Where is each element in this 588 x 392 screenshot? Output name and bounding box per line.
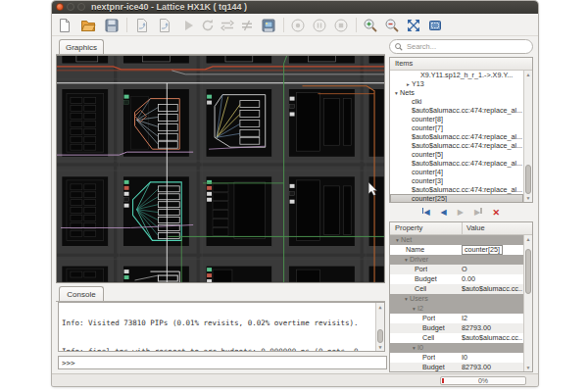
property-group[interactable]: ▾I0 (390, 343, 523, 353)
swap-button[interactable] (220, 17, 236, 33)
tree-item[interactable]: ▾Nets (390, 88, 523, 97)
titlebar: nextpnr-ice40 - Lattice HX1K ( tq144 ) (52, 1, 538, 14)
property-group[interactable]: ▾Driver (390, 255, 523, 265)
scrollbar-thumb[interactable] (525, 165, 531, 194)
window-title: nextpnr-ice40 - Lattice HX1K ( tq144 ) (91, 2, 247, 12)
property-row[interactable]: Budget82793.00 (390, 323, 523, 333)
record-button[interactable] (290, 17, 307, 33)
open-folder-icon (80, 18, 96, 33)
net-navigation: ◀ ◀ ▶ ▶ ✕ (389, 205, 533, 220)
items-tree: X9.Y11.sp12_h_r_1.->.X9.Y... ▸Y13 ▾Nets … (390, 71, 523, 202)
zoom-selection-button[interactable] (427, 17, 444, 33)
tree-item[interactable]: X9.Y11.sp12_h_r_1.->.X9.Y... (390, 71, 523, 79)
maximize-button[interactable] (77, 3, 85, 11)
screenshot-icon (261, 18, 276, 33)
search-input[interactable] (407, 41, 524, 52)
properties-scrollbar[interactable]: ▲ ▼ (523, 235, 532, 371)
export-2-button[interactable] (157, 17, 173, 33)
minimize-button[interactable] (67, 3, 74, 11)
property-row[interactable]: Budget82793.00 (390, 363, 523, 371)
chevron-down-icon[interactable]: ▾ (403, 255, 410, 265)
tree-item[interactable]: $auto$alumacc.cc:474:replace_al... (390, 106, 523, 115)
prev-button[interactable]: ◀ (441, 207, 447, 219)
property-group[interactable]: ▾I2 (390, 304, 523, 314)
open-button[interactable] (80, 17, 97, 33)
new-button[interactable] (57, 17, 74, 33)
tree-item[interactable]: clki (390, 97, 523, 106)
tab-graphics[interactable]: Graphics (59, 39, 104, 55)
tab-console[interactable]: Console (59, 286, 104, 302)
scroll-up-icon[interactable]: ▲ (376, 304, 384, 310)
property-column-header: Property (390, 223, 422, 232)
value-edit-box[interactable]: counter[25] (462, 245, 503, 255)
clear-button[interactable]: ✕ (493, 207, 501, 219)
export-doc-2-icon (157, 18, 172, 33)
tree-item[interactable]: $auto$alumacc.cc:474:replace_al... (390, 185, 523, 194)
property-group[interactable]: ▾Net (390, 235, 523, 245)
scrollbar-thumb[interactable] (377, 329, 383, 343)
last-button[interactable]: ▶ (474, 207, 482, 219)
scroll-up-icon[interactable]: ▲ (524, 72, 532, 77)
property-row[interactable]: Cell$auto$alumacc.cc... (390, 284, 523, 294)
chevron-down-icon[interactable]: ▾ (411, 343, 417, 353)
not-equal-icon (239, 18, 255, 33)
tree-item[interactable]: counter[8] (390, 115, 523, 123)
statusbar: 0% (52, 373, 538, 386)
zoom-outbound-icon (406, 18, 421, 33)
chevron-down-icon[interactable]: ▾ (394, 235, 401, 245)
screenshot-button[interactable] (261, 17, 277, 33)
zoom-selection-icon (427, 18, 443, 33)
app-window: nextpnr-ice40 - Lattice HX1K ( tq144 ) G… (52, 1, 538, 386)
scrollbar-thumb[interactable] (525, 249, 531, 294)
items-header: Items (390, 59, 413, 68)
not-equal-button[interactable] (239, 17, 256, 33)
console-log: Info: Visited 73810 PIPs (0.01% revisits… (58, 302, 385, 352)
stop-button[interactable] (333, 17, 350, 33)
desktop: nextpnr-ice40 - Lattice HX1K ( tq144 ) G… (0, 0, 588, 392)
property-row[interactable]: PortO (390, 265, 523, 274)
save-button[interactable] (104, 17, 121, 33)
property-row[interactable]: PortI2 (390, 314, 523, 323)
console-input[interactable] (58, 356, 387, 369)
property-row[interactable]: Namecounter[25] (390, 245, 523, 255)
console-log-line: Info: final tns with respect to arc budg… (62, 347, 372, 352)
tree-item[interactable]: counter[7] (390, 123, 523, 132)
pause-button[interactable] (312, 17, 328, 33)
scroll-down-icon[interactable]: ▼ (524, 195, 532, 201)
chevron-down-icon[interactable]: ▾ (403, 294, 410, 304)
property-row[interactable]: PortI0 (390, 353, 523, 363)
tree-item[interactable]: $auto$alumacc.cc:474:replace_al... (390, 141, 523, 150)
zoom-out-button[interactable] (384, 17, 401, 33)
play-button[interactable] (180, 17, 197, 33)
property-row[interactable]: Budget0.00 (390, 274, 523, 284)
next-button[interactable]: ▶ (458, 207, 464, 219)
tree-item[interactable]: $auto$alumacc.cc:474:replace_al... (390, 159, 523, 168)
scroll-down-icon[interactable]: ▼ (376, 344, 384, 350)
close-button[interactable] (56, 3, 64, 11)
property-group[interactable]: ▾Users (390, 294, 523, 304)
export-button[interactable] (134, 17, 151, 33)
zoom-out-icon (384, 18, 400, 33)
tree-item[interactable]: counter[4] (390, 168, 523, 176)
items-panel: Items X9.Y11.sp12_h_r_1.->.X9.Y... ▸Y13 … (389, 57, 533, 203)
items-scrollbar[interactable]: ▲ ▼ (523, 71, 532, 202)
zoom-outbound-button[interactable] (406, 17, 422, 33)
refresh-icon (200, 18, 216, 33)
zoom-in-button[interactable] (363, 17, 379, 33)
chevron-down-icon[interactable]: ▾ (411, 304, 417, 314)
tree-item[interactable]: counter[3] (390, 176, 523, 185)
tree-item-selected[interactable]: counter[25] (390, 194, 523, 202)
first-button[interactable]: ◀ (422, 207, 430, 219)
save-icon (104, 18, 120, 33)
tree-item[interactable]: $auto$alumacc.cc:474:replace_al... (390, 132, 523, 141)
fpga-canvas[interactable] (56, 55, 385, 283)
scroll-down-icon[interactable]: ▼ (524, 365, 532, 370)
chevron-down-icon[interactable]: ▾ (393, 89, 400, 97)
tree-item[interactable]: ▸Y13 (390, 79, 523, 88)
chevron-right-icon[interactable]: ▸ (405, 80, 412, 88)
tree-item[interactable]: counter[5] (390, 150, 523, 159)
property-row[interactable]: Cell$auto$alumacc.cc... (390, 333, 523, 343)
scroll-up-icon[interactable]: ▲ (524, 236, 532, 242)
refresh-button[interactable] (200, 17, 217, 33)
console-scrollbar[interactable]: ▲ ▼ (375, 303, 384, 351)
